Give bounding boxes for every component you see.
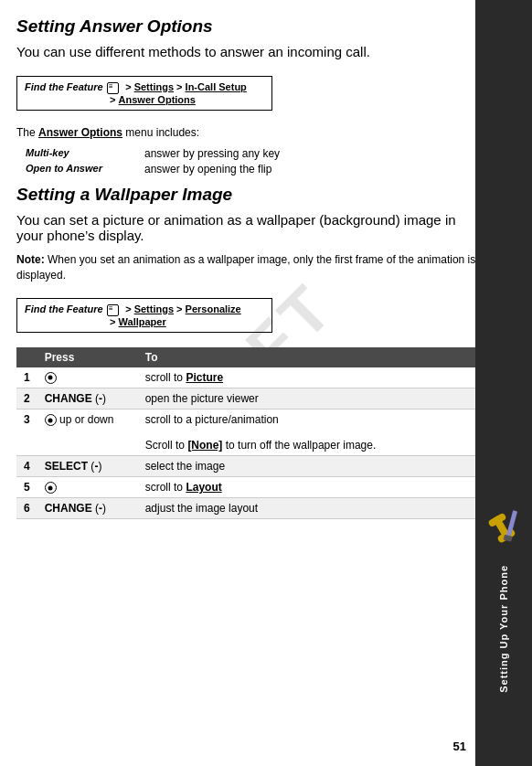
find-feature-label-2: Find the Feature — [25, 303, 107, 314]
menu-item-list: Multi-key answer by pressing any key Ope… — [26, 147, 483, 176]
table-cell-num: 4 — [16, 455, 37, 476]
table-cell-press: SELECT (-) — [37, 455, 138, 476]
answer-options-term: Answer Options — [38, 126, 122, 139]
find-feature-box-2: Find the Feature > Settings > Personaliz… — [16, 298, 272, 333]
table-row: 2CHANGE (-)open the picture viewer — [16, 388, 483, 409]
content-area: Setting Answer Options You can use diffe… — [16, 16, 483, 519]
th-to: To — [138, 347, 483, 367]
table-row: 4SELECT (-)select the image — [16, 455, 483, 476]
table-cell-num: 5 — [16, 476, 37, 497]
table-cell-to: adjust the image layout — [138, 498, 483, 519]
find-feature-box-1: Find the Feature > Settings > In-Call Se… — [16, 76, 272, 111]
menu-key-2: Open to Answer — [26, 163, 144, 176]
table-cell-num: 2 — [16, 388, 37, 409]
find-feature-label-1: Find the Feature — [25, 81, 107, 92]
menu-key-1: Multi-key — [26, 147, 144, 160]
table-cell-press — [37, 367, 138, 388]
table-cell-press: up or down — [37, 409, 138, 455]
list-item: Open to Answer answer by opening the fli… — [26, 163, 483, 176]
table-cell-num: 3 — [16, 409, 37, 455]
table-row: 6CHANGE (-)adjust the image layout — [16, 498, 483, 519]
section2-intro: You can set a picture or animation as a … — [16, 212, 483, 243]
th-press: Press — [37, 347, 138, 367]
table-cell-num: 1 — [16, 367, 37, 388]
note-label: Note: — [16, 253, 45, 266]
ff2-line2: > Wallpaper — [107, 316, 166, 327]
section2-heading: Setting a Wallpaper Image — [16, 185, 483, 205]
table-row: 5scroll to Layout — [16, 476, 483, 497]
ff1-line2: > Answer Options — [107, 94, 196, 105]
menu-icon-1 — [107, 82, 119, 94]
table-cell-to: scroll to Picture — [138, 367, 483, 388]
table-cell-press: CHANGE (-) — [37, 498, 138, 519]
page-number: 51 — [453, 739, 466, 753]
th-num — [16, 347, 37, 367]
menu-icon-2 — [107, 304, 119, 316]
table-row: 1scroll to Picture — [16, 367, 483, 388]
sidebar-label: Setting Up Your Phone — [498, 565, 509, 693]
table-cell-to: open the picture viewer — [138, 388, 483, 409]
tool-icon — [481, 508, 527, 554]
find-feature-value-1: > Settings > In-Call Setup — [107, 81, 247, 94]
note-text: When you set an animation as a wallpaper… — [16, 253, 475, 282]
menu-desc-1: answer by pressing any key — [144, 147, 280, 160]
section1-intro: You can use different methods to answer … — [16, 44, 483, 59]
table-cell-press — [37, 476, 138, 497]
table-cell-to: select the image — [138, 455, 483, 476]
answer-options-intro: The Answer Options menu includes: — [16, 125, 483, 141]
list-item: Multi-key answer by pressing any key — [26, 147, 483, 160]
table-cell-to: scroll to Layout — [138, 476, 483, 497]
section1-heading: Setting Answer Options — [16, 16, 483, 37]
find-feature-value-2: > Settings > Personalize — [107, 303, 241, 316]
note-paragraph: Note: When you set an animation as a wal… — [16, 252, 483, 283]
table-cell-to: scroll to a picture/animationScroll to [… — [138, 409, 483, 455]
table-header-row: Press To — [16, 347, 483, 367]
table-cell-press: CHANGE (-) — [37, 388, 138, 409]
page-container: Setting Answer Options You can use diffe… — [0, 0, 532, 766]
ff1-line1: > Settings > In-Call Setup — [122, 81, 247, 92]
right-sidebar: Setting Up Your Phone — [475, 0, 532, 766]
menu-desc-2: answer by opening the flip — [144, 163, 271, 176]
table-row: 3 up or downscroll to a picture/animatio… — [16, 409, 483, 455]
feature-table: Press To 1scroll to Picture2CHANGE (-)op… — [16, 347, 483, 520]
table-cell-num: 6 — [16, 498, 37, 519]
